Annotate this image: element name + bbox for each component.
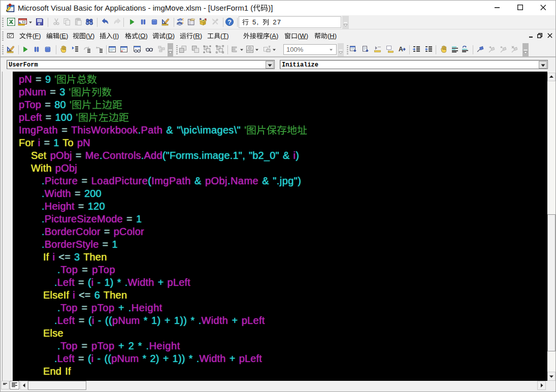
svg-text:?: ? — [227, 19, 232, 26]
svg-text:A: A — [399, 46, 403, 53]
